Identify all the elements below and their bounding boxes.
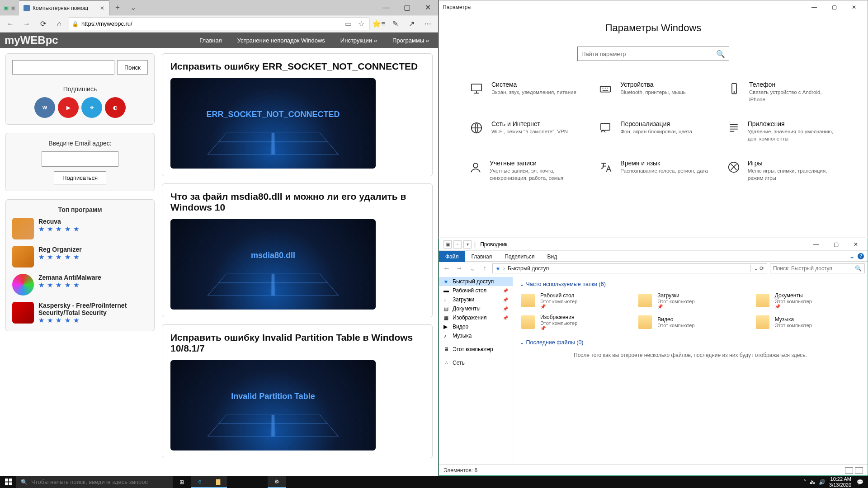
nav-link[interactable]: Главная — [199, 37, 222, 44]
program-item[interactable]: Kaspersky - Free/Pro/Internet Security/T… — [12, 302, 148, 324]
telegram-icon[interactable]: ✈ — [81, 97, 102, 118]
article-card[interactable]: Что за файл msdia80.dll и можно ли его у… — [162, 183, 433, 317]
window-minimize-button[interactable]: — — [804, 0, 824, 14]
folder-item[interactable]: МузыкаЭтот компьютер — [754, 314, 861, 331]
more-icon[interactable]: ⋯ — [421, 17, 434, 31]
explorer-search[interactable]: 🔍 — [770, 263, 865, 273]
folder-item[interactable]: ДокументыЭтот компьютер📌 — [754, 292, 861, 309]
site-logo[interactable]: myWEBpc — [0, 34, 63, 47]
explorer-up-button[interactable]: ↑ — [480, 264, 490, 272]
vk-icon[interactable]: W — [34, 97, 55, 118]
nav-network[interactable]: ⛬Сеть — [439, 358, 513, 367]
task-view-button[interactable]: ⊞ — [173, 476, 191, 488]
youtube-icon[interactable]: ▶ — [58, 97, 79, 118]
action-center-icon[interactable]: 💬 — [857, 479, 863, 485]
nav-pictures[interactable]: ▦Изображения📌 — [439, 313, 513, 322]
new-tab-button[interactable]: ＋ — [109, 0, 126, 15]
nav-reload-button[interactable]: ⟳ — [36, 17, 50, 31]
tray-volume-icon[interactable]: 🔊 — [819, 479, 826, 485]
site-search-button[interactable]: Поиск — [117, 60, 148, 75]
favorites-list-icon[interactable]: ⭐≡ — [372, 17, 386, 31]
section-frequent-folders[interactable]: ⌄ Часто используемые папки (6) — [519, 281, 861, 287]
ribbon-expand-icon[interactable]: ⌄ — [849, 252, 855, 260]
window-close-button[interactable]: ✕ — [844, 0, 864, 14]
explorer-recent-button[interactable]: ⌄ — [467, 264, 477, 272]
ribbon-home-tab[interactable]: Главная — [465, 251, 499, 262]
nav-videos[interactable]: ▶Видео — [439, 322, 513, 331]
qat-newfolder-icon[interactable]: ▫ — [453, 240, 462, 249]
explorer-path[interactable]: ★ › Быстрый доступ ⌄ ⟳ — [492, 263, 767, 273]
window-minimize-button[interactable]: — — [806, 238, 826, 251]
web-notes-icon[interactable]: ✎ — [388, 17, 402, 31]
reading-view-icon[interactable]: ▭ — [343, 19, 354, 28]
window-minimize-button[interactable]: — — [376, 0, 396, 15]
settings-item-phone[interactable]: ТелефонСвязать устройство с Android, iPh… — [727, 81, 838, 103]
nav-music[interactable]: ♪Музыка — [439, 331, 513, 340]
path-dropdown-icon[interactable]: ⌄ — [754, 265, 758, 272]
start-button[interactable] — [0, 476, 16, 488]
ribbon-share-tab[interactable]: Поделиться — [498, 251, 541, 262]
email-input[interactable] — [42, 151, 118, 167]
view-large-icons-icon[interactable] — [855, 467, 863, 474]
settings-item-system[interactable]: СистемаЭкран, звук, уведомления, питание — [469, 81, 580, 103]
nav-desktop[interactable]: ▬Рабочий стол📌 — [439, 286, 513, 295]
settings-search-box[interactable]: 🔍 — [577, 47, 729, 61]
taskbar-search-input[interactable] — [31, 479, 168, 485]
settings-search-input[interactable] — [581, 51, 716, 57]
settings-item-personalization[interactable]: ПерсонализацияФон, экран блокировки, цве… — [598, 120, 708, 142]
nav-quickaccess[interactable]: ★Быстрый доступ — [439, 277, 513, 286]
nav-link[interactable]: Программы » — [392, 37, 429, 44]
settings-item-apps[interactable]: ПриложенияУдаление, значения по умолчани… — [727, 120, 838, 142]
explorer-titlebar[interactable]: ▣ ▫ ▾ | Проводник — ▢ ✕ — [439, 238, 868, 251]
explorer-search-input[interactable] — [773, 265, 855, 272]
site-search-input[interactable] — [12, 60, 114, 75]
explorer-back-button[interactable]: ← — [442, 264, 452, 272]
settings-item-network[interactable]: Сеть и ИнтернетWi-Fi, режим "в самолете"… — [469, 120, 580, 142]
program-item[interactable]: Recuva★ ★ ★ ★ ★ — [12, 218, 148, 239]
folder-item[interactable]: ЗагрузкиЭтот компьютер📌 — [637, 292, 744, 309]
settings-titlebar[interactable]: Параметры — ▢ ✕ — [439, 0, 868, 14]
refresh-icon[interactable]: ⟳ — [760, 265, 764, 272]
nav-thispc[interactable]: 🖥Этот компьютер — [439, 345, 513, 354]
tray-chevron-up-icon[interactable]: ˄ — [803, 479, 806, 485]
window-close-button[interactable]: ✕ — [417, 0, 438, 15]
window-maximize-button[interactable]: ▢ — [824, 0, 844, 14]
tab-overflow-button[interactable]: ⌄ — [126, 0, 141, 15]
url-box[interactable]: 🔒 ▭ ☆ — [69, 18, 369, 30]
nav-link[interactable]: Устранение неполадок Windows — [237, 37, 325, 44]
subscribe-button[interactable]: Подписаться — [54, 171, 106, 184]
nav-downloads[interactable]: ↓Загрузки📌 — [439, 295, 513, 304]
article-card[interactable]: Исправить ошибку ERR_SOCKET_NOT_CONNECTE… — [162, 53, 433, 176]
url-input[interactable] — [81, 20, 340, 27]
program-item[interactable]: Reg Organizer★ ★ ★ ★ ★ — [12, 246, 148, 267]
ribbon-view-tab[interactable]: Вид — [541, 251, 563, 262]
section-recent-files[interactable]: ⌄ Последние файлы (0) — [519, 339, 861, 346]
tray-network-icon[interactable]: 🖧 — [810, 479, 815, 485]
nav-forward-button[interactable]: → — [20, 17, 33, 31]
qat-properties-icon[interactable]: ▣ — [443, 240, 452, 249]
browser-tab-active[interactable]: Компьютерная помощ ✕ — [19, 0, 109, 15]
taskbar-settings-icon[interactable]: ⚙ — [268, 476, 286, 488]
share-icon[interactable]: ↗ — [405, 17, 418, 31]
nav-home-button[interactable]: ⌂ — [52, 17, 66, 31]
taskbar-clock[interactable]: 10:22 AM 3/13/2020 — [829, 476, 853, 487]
help-icon[interactable]: ? — [858, 253, 864, 259]
zen-icon[interactable]: ◐ — [105, 97, 126, 118]
window-maximize-button[interactable]: ▢ — [826, 238, 846, 251]
nav-back-button[interactable]: ← — [4, 17, 17, 31]
ribbon-file-tab[interactable]: Файл — [439, 251, 465, 262]
article-card[interactable]: Исправить ошибку Invalid Partition Table… — [162, 324, 433, 458]
nav-documents[interactable]: ▤Документы📌 — [439, 304, 513, 313]
taskbar-search[interactable]: 🔍 — [16, 476, 173, 488]
taskbar-explorer-icon[interactable]: ▇ — [209, 476, 227, 488]
taskbar-edge-icon[interactable]: e — [191, 476, 209, 488]
tab-close-icon[interactable]: ✕ — [100, 5, 104, 11]
settings-item-time-language[interactable]: Время и языкРаспознавание голоса, регион… — [598, 160, 708, 182]
favorite-star-icon[interactable]: ☆ — [356, 19, 366, 28]
settings-item-devices[interactable]: УстройстваBluetooth, принтеры, мышь — [598, 81, 708, 103]
nav-link[interactable]: Инструкции » — [340, 37, 377, 44]
window-maximize-button[interactable]: ▢ — [396, 0, 417, 15]
folder-item[interactable]: Рабочий столЭтот компьютер📌 — [519, 292, 627, 309]
settings-item-accounts[interactable]: Учетные записиУчетные записи, эл. почта,… — [469, 160, 580, 182]
window-close-button[interactable]: ✕ — [846, 238, 866, 251]
